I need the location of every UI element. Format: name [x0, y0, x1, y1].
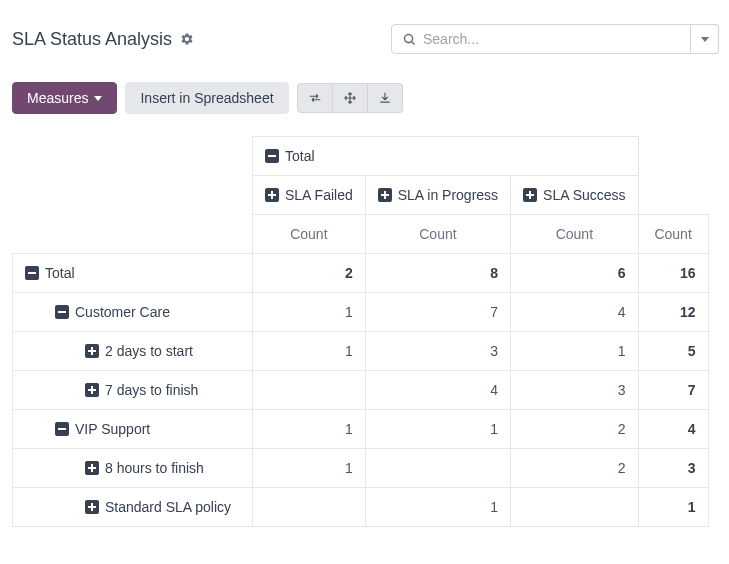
- col-header-label: SLA in Progress: [398, 187, 498, 203]
- value-cell: 8: [365, 254, 510, 293]
- col-header[interactable]: SLA in Progress: [365, 176, 510, 215]
- gear-icon[interactable]: [180, 32, 194, 46]
- value-cell: 3: [365, 332, 510, 371]
- value-cell: 1: [253, 449, 366, 488]
- chevron-down-icon: [94, 96, 102, 101]
- row-header[interactable]: 2 days to start: [13, 332, 253, 371]
- table-row: Standard SLA policy11: [13, 488, 709, 527]
- search-box[interactable]: [391, 24, 691, 54]
- row-label-text: Total: [45, 265, 75, 281]
- value-cell: [253, 488, 366, 527]
- row-total-cell: 7: [638, 371, 708, 410]
- table-row: 8 hours to finish123: [13, 449, 709, 488]
- svg-point-0: [405, 34, 413, 42]
- row-total-cell: 5: [638, 332, 708, 371]
- value-cell: 7: [365, 293, 510, 332]
- pivot-table: Total SLA FailedSLA in ProgressSLA Succe…: [12, 136, 709, 527]
- value-cell: [253, 371, 366, 410]
- row-header[interactable]: 7 days to finish: [13, 371, 253, 410]
- measure-label: Count: [253, 215, 366, 254]
- value-cell: 2: [511, 410, 639, 449]
- value-cell: 3: [511, 371, 639, 410]
- col-header[interactable]: SLA Success: [511, 176, 639, 215]
- row-header[interactable]: Customer Care: [13, 293, 253, 332]
- value-cell: 2: [511, 449, 639, 488]
- value-cell: 4: [511, 293, 639, 332]
- row-label-text: Customer Care: [75, 304, 170, 320]
- expand-icon[interactable]: [85, 344, 99, 358]
- row-total-cell: 1: [638, 488, 708, 527]
- expand-icon[interactable]: [85, 461, 99, 475]
- row-header[interactable]: VIP Support: [13, 410, 253, 449]
- measure-label: Count: [511, 215, 639, 254]
- col-header[interactable]: SLA Failed: [253, 176, 366, 215]
- collapse-icon[interactable]: [55, 422, 69, 436]
- col-header-label: SLA Success: [543, 187, 626, 203]
- expand-all-button[interactable]: [333, 83, 368, 113]
- measures-button[interactable]: Measures: [12, 82, 117, 114]
- expand-icon[interactable]: [523, 188, 537, 202]
- value-cell: 1: [253, 410, 366, 449]
- col-total-label: Total: [285, 148, 315, 164]
- row-label-text: 7 days to finish: [105, 382, 198, 398]
- search-icon: [402, 32, 417, 47]
- row-total-cell: 4: [638, 410, 708, 449]
- value-cell: 6: [511, 254, 639, 293]
- expand-icon[interactable]: [378, 188, 392, 202]
- row-label-text: 2 days to start: [105, 343, 193, 359]
- flip-axis-button[interactable]: [297, 83, 333, 113]
- row-header[interactable]: Standard SLA policy: [13, 488, 253, 527]
- svg-line-1: [412, 41, 415, 44]
- chevron-down-icon: [701, 37, 709, 42]
- row-label-text: Standard SLA policy: [105, 499, 231, 515]
- row-total-cell: 3: [638, 449, 708, 488]
- value-cell: 1: [511, 332, 639, 371]
- value-cell: 1: [365, 410, 510, 449]
- table-row: Customer Care17412: [13, 293, 709, 332]
- insert-spreadsheet-button[interactable]: Insert in Spreadsheet: [125, 82, 288, 114]
- expand-icon[interactable]: [85, 383, 99, 397]
- search-input[interactable]: [423, 31, 680, 47]
- search-dropdown[interactable]: [691, 24, 719, 54]
- page-title: SLA Status Analysis: [12, 29, 172, 50]
- collapse-icon[interactable]: [25, 266, 39, 280]
- row-total-cell: 16: [638, 254, 708, 293]
- value-cell: 2: [253, 254, 366, 293]
- collapse-icon[interactable]: [55, 305, 69, 319]
- value-cell: [511, 488, 639, 527]
- expand-icon[interactable]: [265, 188, 279, 202]
- measure-label: Count: [638, 215, 708, 254]
- value-cell: [365, 449, 510, 488]
- table-row: 7 days to finish437: [13, 371, 709, 410]
- row-header[interactable]: Total: [13, 254, 253, 293]
- row-label-text: 8 hours to finish: [105, 460, 204, 476]
- measures-label: Measures: [27, 90, 88, 106]
- value-cell: 4: [365, 371, 510, 410]
- value-cell: 1: [253, 332, 366, 371]
- download-button[interactable]: [368, 83, 403, 113]
- value-cell: 1: [253, 293, 366, 332]
- collapse-icon[interactable]: [265, 149, 279, 163]
- table-row: 2 days to start1315: [13, 332, 709, 371]
- row-total-cell: 12: [638, 293, 708, 332]
- row-label-text: VIP Support: [75, 421, 150, 437]
- expand-icon[interactable]: [85, 500, 99, 514]
- col-header-label: SLA Failed: [285, 187, 353, 203]
- row-header[interactable]: 8 hours to finish: [13, 449, 253, 488]
- value-cell: 1: [365, 488, 510, 527]
- measure-label: Count: [365, 215, 510, 254]
- table-row: Total28616: [13, 254, 709, 293]
- table-row: VIP Support1124: [13, 410, 709, 449]
